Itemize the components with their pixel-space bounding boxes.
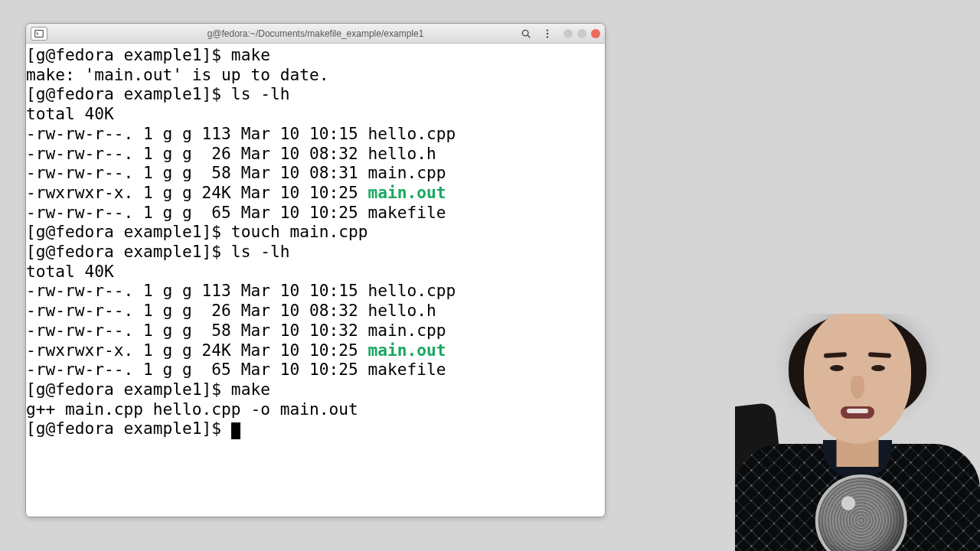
terminal-output[interactable]: [g@fedora example1]$ make make: 'main.ou… bbox=[26, 45, 605, 439]
search-icon[interactable] bbox=[518, 26, 534, 41]
close-button[interactable] bbox=[591, 29, 600, 38]
webcam-overlay bbox=[735, 314, 980, 551]
svg-rect-0 bbox=[35, 30, 44, 37]
menu-icon[interactable] bbox=[539, 26, 556, 41]
svg-line-2 bbox=[528, 35, 530, 37]
minimize-button[interactable] bbox=[564, 29, 573, 38]
window-controls bbox=[564, 29, 600, 38]
svg-point-3 bbox=[547, 29, 548, 31]
maximize-button[interactable] bbox=[577, 29, 586, 38]
svg-point-1 bbox=[522, 30, 528, 36]
terminal-viewport[interactable]: [g@fedora example1]$ make make: 'main.ou… bbox=[26, 44, 605, 517]
terminal-cursor bbox=[231, 422, 240, 439]
terminal-app-icon bbox=[31, 27, 47, 41]
svg-point-4 bbox=[547, 32, 548, 34]
svg-point-5 bbox=[547, 36, 548, 37]
window-titlebar[interactable]: g@fedora:~/Documents/makefile_example/ex… bbox=[26, 24, 605, 44]
terminal-window: g@fedora:~/Documents/makefile_example/ex… bbox=[25, 23, 606, 517]
